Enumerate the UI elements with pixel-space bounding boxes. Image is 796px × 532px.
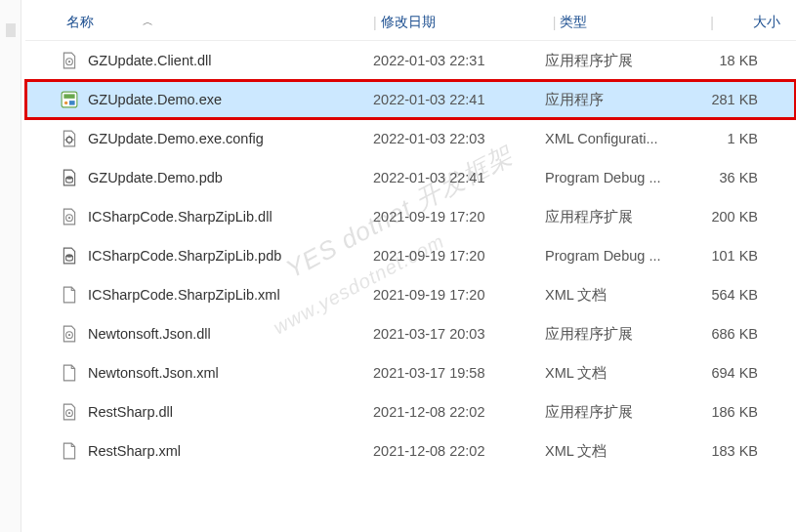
- file-size-cell: 36 KB: [695, 170, 762, 185]
- file-type-cell: XML 文档: [545, 442, 695, 461]
- exe-file-icon: [61, 91, 78, 108]
- file-name-cell: GZUpdate.Demo.pdb: [25, 169, 373, 186]
- svg-point-1: [68, 61, 70, 62]
- file-type-cell: 应用程序扩展: [545, 52, 695, 70]
- svg-point-4: [64, 102, 67, 104]
- file-name-cell: ICSharpCode.SharpZipLib.dll: [25, 208, 373, 225]
- file-type-cell: XML Configurati...: [545, 131, 695, 146]
- column-header-date[interactable]: 修改日期: [381, 14, 553, 31]
- pdb-file-icon: [61, 169, 78, 186]
- file-size-cell: 18 KB: [695, 53, 762, 68]
- file-name-cell: ICSharpCode.SharpZipLib.xml: [25, 286, 373, 304]
- dll-file-icon: [61, 325, 78, 343]
- file-date-cell: 2021-09-19 17:20: [373, 248, 545, 264]
- file-size-cell: 200 KB: [695, 209, 762, 225]
- svg-point-10: [66, 254, 73, 257]
- file-date-cell: 2021-12-08 22:02: [373, 443, 545, 459]
- file-name-text: RestSharp.xml: [88, 443, 181, 459]
- file-name-cell: RestSharp.xml: [25, 442, 373, 460]
- file-size-cell: 1 KB: [695, 131, 762, 146]
- file-name-text: Newtonsoft.Json.xml: [88, 365, 219, 381]
- file-row[interactable]: ICSharpCode.SharpZipLib.xml2021-09-19 17…: [25, 275, 796, 314]
- file-size-cell: 183 KB: [695, 443, 762, 459]
- file-type-cell: 应用程序扩展: [545, 325, 695, 344]
- config-file-icon: [61, 130, 78, 147]
- file-type-cell: Program Debug ...: [545, 170, 695, 185]
- file-size-cell: 686 KB: [695, 326, 762, 342]
- file-row[interactable]: GZUpdate.Demo.exe2022-01-03 22:41应用程序281…: [25, 80, 796, 119]
- file-name-text: ICSharpCode.SharpZipLib.xml: [88, 287, 280, 303]
- file-size-cell: 564 KB: [695, 287, 762, 303]
- column-separator: |: [553, 15, 561, 30]
- file-name-text: ICSharpCode.SharpZipLib.pdb: [88, 248, 281, 264]
- file-name-cell: ICSharpCode.SharpZipLib.pdb: [25, 247, 373, 265]
- file-row[interactable]: ICSharpCode.SharpZipLib.dll2021-09-19 17…: [25, 197, 796, 236]
- file-name-cell: Newtonsoft.Json.xml: [25, 364, 373, 382]
- file-file-icon: [61, 442, 78, 460]
- file-size-cell: 186 KB: [695, 404, 762, 420]
- dll-file-icon: [61, 52, 78, 69]
- file-row[interactable]: RestSharp.dll2021-12-08 22:02应用程序扩展186 K…: [25, 392, 796, 431]
- file-name-cell: GZUpdate.Client.dll: [25, 52, 373, 69]
- file-row[interactable]: GZUpdate.Demo.exe.config2022-01-03 22:03…: [25, 119, 796, 158]
- svg-point-9: [68, 217, 70, 219]
- file-size-cell: 101 KB: [695, 248, 762, 264]
- file-name-text: GZUpdate.Demo.pdb: [88, 170, 223, 185]
- svg-point-14: [68, 412, 70, 414]
- file-row[interactable]: GZUpdate.Demo.pdb2022-01-03 22:41Program…: [25, 158, 796, 197]
- file-row[interactable]: ICSharpCode.SharpZipLib.pdb2021-09-19 17…: [25, 236, 796, 275]
- column-separator: |: [710, 15, 718, 30]
- file-date-cell: 2021-09-19 17:20: [373, 287, 545, 303]
- file-date-cell: 2022-01-03 22:31: [373, 53, 545, 68]
- file-size-cell: 694 KB: [695, 365, 762, 381]
- file-type-cell: XML 文档: [545, 364, 695, 383]
- file-row[interactable]: GZUpdate.Client.dll2022-01-03 22:31应用程序扩…: [25, 41, 796, 80]
- file-name-text: GZUpdate.Demo.exe.config: [88, 131, 264, 146]
- file-date-cell: 2022-01-03 22:03: [373, 131, 545, 146]
- nav-sidebar-stub: [0, 0, 21, 532]
- svg-point-7: [66, 176, 73, 179]
- file-size-cell: 281 KB: [695, 92, 762, 107]
- file-name-cell: RestSharp.dll: [25, 403, 373, 421]
- pdb-file-icon: [61, 247, 78, 265]
- file-row[interactable]: RestSharp.xml2021-12-08 22:02XML 文档183 K…: [25, 431, 796, 471]
- svg-rect-5: [69, 101, 75, 105]
- sort-ascending-icon: ︿: [143, 15, 153, 29]
- dll-file-icon: [61, 208, 78, 225]
- file-type-cell: Program Debug ...: [545, 248, 695, 264]
- file-date-cell: 2021-09-19 17:20: [373, 209, 545, 225]
- file-date-cell: 2022-01-03 22:41: [373, 170, 545, 185]
- file-name-cell: GZUpdate.Demo.exe.config: [25, 130, 373, 147]
- file-rows-container: GZUpdate.Client.dll2022-01-03 22:31应用程序扩…: [25, 41, 796, 471]
- file-row[interactable]: Newtonsoft.Json.xml2021-03-17 19:58XML 文…: [25, 353, 796, 392]
- file-list-panel: 名称 ︿ | 修改日期 | 类型 | 大小 GZUpdate.Client.dl…: [25, 0, 796, 471]
- svg-point-12: [68, 334, 70, 336]
- file-type-cell: XML 文档: [545, 286, 695, 305]
- dll-file-icon: [61, 403, 78, 421]
- file-name-text: RestSharp.dll: [88, 404, 173, 420]
- file-type-cell: 应用程序扩展: [545, 208, 695, 226]
- svg-rect-3: [63, 94, 74, 99]
- column-header-name[interactable]: 名称 ︿: [25, 14, 373, 31]
- file-name-text: Newtonsoft.Json.dll: [88, 326, 211, 342]
- file-type-cell: 应用程序: [545, 91, 695, 109]
- file-row[interactable]: Newtonsoft.Json.dll2021-03-17 20:03应用程序扩…: [25, 314, 796, 353]
- file-date-cell: 2021-03-17 20:03: [373, 326, 545, 342]
- file-name-text: GZUpdate.Demo.exe: [88, 92, 222, 107]
- file-name-cell: Newtonsoft.Json.dll: [25, 325, 373, 343]
- file-name-text: GZUpdate.Client.dll: [88, 53, 212, 68]
- column-header-type[interactable]: 类型: [560, 14, 710, 31]
- file-date-cell: 2021-03-17 19:58: [373, 365, 545, 381]
- column-header-row: 名称 ︿ | 修改日期 | 类型 | 大小: [25, 4, 796, 41]
- file-name-text: ICSharpCode.SharpZipLib.dll: [88, 209, 272, 225]
- file-date-cell: 2021-12-08 22:02: [373, 404, 545, 420]
- column-header-size[interactable]: 大小: [718, 14, 784, 31]
- file-name-cell: GZUpdate.Demo.exe: [25, 91, 373, 108]
- column-name-label: 名称: [66, 14, 94, 31]
- file-type-cell: 应用程序扩展: [545, 403, 695, 422]
- file-date-cell: 2022-01-03 22:41: [373, 92, 545, 107]
- column-separator: |: [373, 15, 381, 30]
- file-file-icon: [61, 364, 78, 382]
- file-file-icon: [61, 286, 78, 304]
